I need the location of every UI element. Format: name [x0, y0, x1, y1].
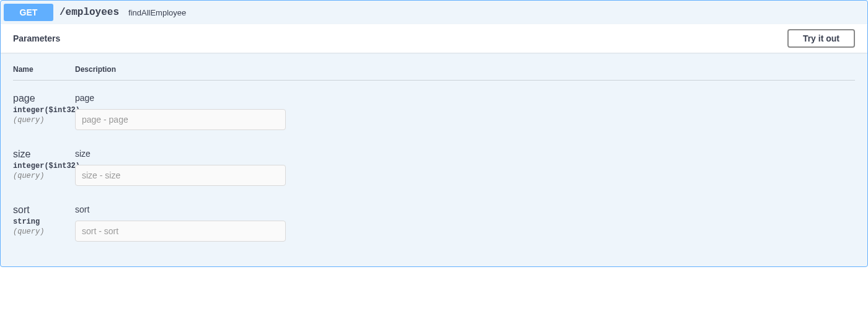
- operation-block: GET /employees findAllEmployee Parameter…: [0, 0, 868, 267]
- parameter-description: page: [75, 93, 855, 103]
- parameters-table-header: Name Description: [13, 65, 855, 81]
- parameter-description: sort: [75, 204, 855, 214]
- parameters-header: Parameters Try it out: [1, 24, 867, 53]
- parameter-name-cell: sort string (query): [13, 204, 75, 236]
- operation-description: findAllEmployee: [125, 8, 189, 17]
- parameter-description-cell: page: [75, 93, 855, 130]
- endpoint-path: /employees: [53, 7, 125, 18]
- try-it-out-button[interactable]: Try it out: [787, 29, 855, 48]
- parameter-in: (query): [13, 115, 75, 125]
- parameter-description-cell: sort: [75, 204, 855, 242]
- http-method-badge: GET: [4, 4, 53, 21]
- parameter-name: sort: [13, 204, 75, 216]
- parameter-input-size[interactable]: [75, 165, 286, 186]
- parameter-name-cell: size integer($int32) (query): [13, 149, 75, 180]
- parameters-body: Name Description page integer($int32) (q…: [1, 53, 867, 266]
- parameter-name: size: [13, 149, 75, 160]
- column-header-description: Description: [75, 65, 116, 74]
- parameter-row: sort string (query) sort: [13, 198, 855, 254]
- parameter-row: size integer($int32) (query) size: [13, 143, 855, 198]
- parameter-description-cell: size: [75, 149, 855, 186]
- operation-summary[interactable]: GET /employees findAllEmployee: [1, 1, 867, 24]
- parameter-type: integer($int32): [13, 104, 75, 115]
- parameter-type: integer($int32): [13, 160, 75, 170]
- parameter-type: string: [13, 216, 75, 226]
- column-header-name: Name: [13, 65, 75, 74]
- parameters-title: Parameters: [13, 33, 60, 43]
- parameter-input-sort[interactable]: [75, 221, 286, 242]
- parameter-in: (query): [13, 170, 75, 180]
- parameter-name: page: [13, 93, 75, 104]
- parameter-name-cell: page integer($int32) (query): [13, 93, 75, 125]
- parameter-row: page integer($int32) (query) page: [13, 87, 855, 143]
- parameter-description: size: [75, 149, 855, 159]
- parameter-in: (query): [13, 226, 75, 236]
- parameter-input-page[interactable]: [75, 109, 286, 130]
